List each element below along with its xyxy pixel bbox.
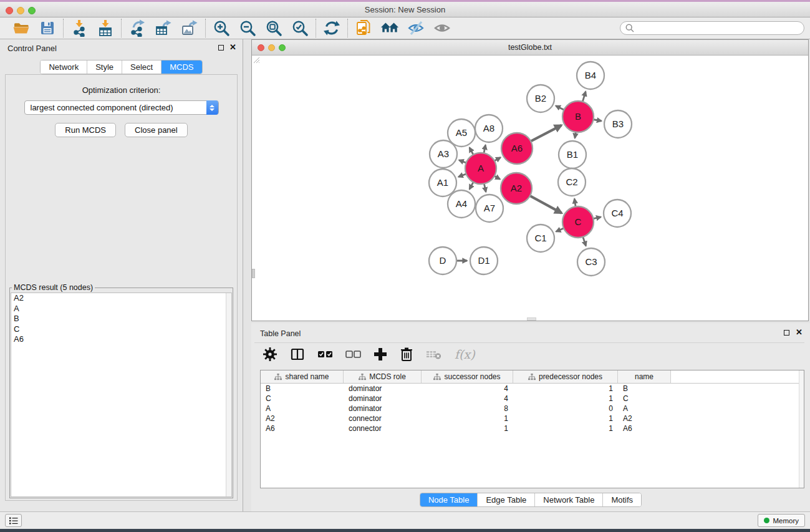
table-cell[interactable]: B	[261, 384, 344, 393]
table-cell[interactable]: 1	[513, 424, 618, 433]
zoom-selected-icon[interactable]	[291, 19, 309, 37]
hide-graphics-details-icon[interactable]	[407, 19, 425, 37]
network-from-file-icon[interactable]	[354, 19, 373, 37]
delete-column-icon[interactable]	[400, 347, 413, 362]
graph-node[interactable]: C	[562, 206, 594, 238]
column-header[interactable]: MCDS role	[344, 370, 422, 383]
main-titlebar[interactable]: Session: New Session	[0, 2, 810, 17]
graph-node[interactable]: B3	[604, 110, 632, 138]
graph-node[interactable]: A8	[475, 115, 503, 142]
table-cell[interactable]: A	[261, 404, 344, 413]
graph-node[interactable]: A4	[448, 190, 475, 218]
float-panel-icon[interactable]	[218, 45, 224, 51]
result-list-item[interactable]: B	[11, 314, 231, 324]
result-list-scrollbar[interactable]	[226, 293, 231, 496]
graph-node[interactable]: A3	[430, 140, 457, 168]
mcds-result-list[interactable]: A2ABCA6	[11, 293, 232, 497]
table-settings-icon[interactable]	[263, 347, 277, 362]
home-icon[interactable]	[380, 19, 399, 37]
table-cell[interactable]: dominator	[344, 394, 422, 403]
table-cell[interactable]: 4	[422, 394, 513, 403]
table-cell[interactable]: dominator	[344, 404, 422, 413]
float-table-panel-icon[interactable]	[784, 330, 789, 336]
table-row[interactable]: A2connector11A2	[261, 414, 804, 423]
graph-node[interactable]: A2	[501, 173, 532, 204]
table-cell[interactable]: 1	[513, 414, 618, 423]
table-cell[interactable]: A6	[618, 424, 671, 433]
tab-network-table[interactable]: Network Table	[535, 493, 603, 506]
tab-select[interactable]: Select	[122, 60, 162, 74]
table-scrollbar[interactable]	[799, 370, 804, 488]
result-list-item[interactable]: A2	[11, 293, 231, 304]
table-row[interactable]: A6connector11A6	[261, 423, 804, 433]
graph-node[interactable]: C1	[527, 225, 554, 252]
search-input[interactable]	[620, 21, 804, 35]
column-header[interactable]: predecessor nodes	[513, 370, 618, 383]
column-header[interactable]: successor nodes	[422, 370, 513, 383]
export-table-icon[interactable]	[154, 19, 173, 37]
export-image-icon[interactable]	[180, 19, 199, 37]
graph-node[interactable]: C2	[558, 168, 586, 196]
table-row[interactable]: Bdominator41B	[261, 384, 804, 394]
column-header[interactable]: shared name	[261, 370, 344, 383]
result-list-item[interactable]: A	[11, 304, 231, 314]
memory-button[interactable]: Memory	[758, 514, 805, 527]
result-list-item[interactable]: A6	[11, 334, 231, 345]
graph-node[interactable]: A	[465, 153, 496, 184]
refresh-icon[interactable]	[322, 19, 341, 37]
table-cell[interactable]: dominator	[344, 384, 422, 393]
close-window-button[interactable]	[6, 7, 13, 14]
graph-node[interactable]: D1	[470, 247, 498, 274]
show-graphics-details-icon[interactable]	[433, 19, 451, 37]
table-cell[interactable]: 8	[422, 404, 513, 413]
table-cell[interactable]: A2	[618, 414, 671, 423]
result-list-item[interactable]: C	[11, 324, 231, 335]
table-cell[interactable]: A2	[261, 414, 344, 423]
canvas-hscroll-thumb[interactable]	[527, 317, 536, 321]
minimize-window-button[interactable]	[17, 7, 24, 14]
canvas-vscroll-thumb[interactable]	[252, 269, 255, 278]
zoom-window-button[interactable]	[28, 7, 36, 14]
graph-node[interactable]: D	[429, 247, 456, 274]
export-network-icon[interactable]	[128, 19, 147, 37]
tab-motifs[interactable]: Motifs	[603, 493, 641, 506]
graph-node[interactable]: C4	[604, 200, 631, 227]
function-builder-icon[interactable]: f(x)	[455, 347, 475, 361]
close-table-panel-icon[interactable]: ✕	[796, 329, 803, 336]
task-history-button[interactable]	[5, 514, 22, 527]
table-cell[interactable]: 1	[422, 424, 513, 433]
graph-node[interactable]: A6	[501, 133, 533, 164]
tab-edge-table[interactable]: Edge Table	[478, 493, 535, 506]
close-panel-button[interactable]: Close panel	[125, 123, 188, 137]
tab-mcds[interactable]: MCDS	[162, 60, 201, 74]
tab-network[interactable]: Network	[41, 60, 87, 74]
network-canvas[interactable]: A5A8A3A1A4A7AA6A2B2B4BB3B1C2CC4C1C3DD1	[252, 56, 808, 321]
table-cell[interactable]: A	[618, 404, 671, 413]
open-session-icon[interactable]	[12, 19, 31, 37]
tab-style[interactable]: Style	[87, 60, 122, 74]
table-cell[interactable]: 1	[513, 384, 618, 393]
table-cell[interactable]: A6	[261, 424, 344, 433]
graph-node[interactable]: A7	[476, 195, 503, 222]
network-graph[interactable]: A5A8A3A1A4A7AA6A2B2B4BB3B1C2CC4C1C3DD1	[252, 56, 808, 321]
graph-node[interactable]: A1	[429, 169, 456, 196]
save-session-icon[interactable]	[38, 19, 57, 37]
table-cell[interactable]: 0	[513, 404, 618, 413]
tab-node-table[interactable]: Node Table	[420, 493, 478, 506]
network-close-button[interactable]	[258, 44, 264, 51]
column-header[interactable]: name	[618, 370, 671, 383]
close-panel-icon[interactable]: ✕	[229, 44, 236, 51]
graph-node[interactable]: B4	[577, 62, 604, 89]
table-cell[interactable]: connector	[344, 424, 422, 433]
node-table[interactable]: shared nameMCDS rolesuccessor nodesprede…	[260, 370, 804, 488]
import-network-icon[interactable]	[70, 19, 89, 37]
graph-node[interactable]: B	[562, 101, 594, 132]
table-row[interactable]: Cdominator41C	[261, 394, 804, 404]
resize-grip-icon[interactable]	[252, 56, 260, 64]
run-mcds-button[interactable]: Run MCDS	[55, 123, 116, 137]
table-cell[interactable]: 1	[422, 414, 513, 423]
zoom-out-icon[interactable]	[238, 19, 257, 37]
graph-node[interactable]: B1	[559, 141, 586, 168]
zoom-in-icon[interactable]	[212, 19, 231, 37]
delete-table-icon[interactable]	[426, 349, 442, 360]
